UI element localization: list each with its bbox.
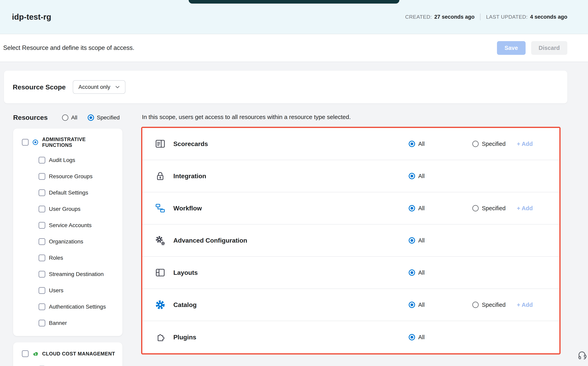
all-radio[interactable]: All bbox=[409, 302, 472, 308]
checkbox[interactable] bbox=[39, 222, 45, 229]
resource-item-resource-groups[interactable]: Resource Groups bbox=[13, 168, 123, 185]
cloud-cost-icon: $ bbox=[32, 351, 39, 357]
created-label: CREATED: bbox=[405, 14, 432, 20]
divider bbox=[480, 14, 480, 20]
all-radio[interactable]: All bbox=[409, 269, 472, 276]
resource-types-box: Scorecards All Specified + Add Integrati… bbox=[141, 127, 561, 354]
all-label: All bbox=[418, 334, 425, 341]
all-radio[interactable]: All bbox=[409, 237, 472, 244]
resource-item-default-settings[interactable]: Default Settings bbox=[13, 185, 123, 201]
resource-item-roles[interactable]: Roles bbox=[13, 250, 123, 266]
resource-item-user-groups[interactable]: User Groups bbox=[13, 201, 123, 217]
resource-group-cloud-cost: $ CLOUD COST MANAGEMENT Recommendations bbox=[13, 342, 123, 366]
resource-type-label: Layouts bbox=[173, 269, 409, 276]
radio-selected-icon bbox=[409, 302, 415, 308]
resource-item-label: Resource Groups bbox=[49, 173, 93, 180]
group-name: ADMINISTRATIVE FUNCTIONS bbox=[42, 137, 117, 148]
add-button[interactable]: + Add bbox=[517, 205, 542, 212]
resource-type-row-advanced-configuration: Advanced Configuration All bbox=[142, 225, 559, 257]
group-checkbox[interactable] bbox=[22, 139, 29, 146]
checkbox[interactable] bbox=[39, 271, 45, 278]
specified-radio[interactable]: Specified bbox=[472, 141, 517, 147]
resources-specified-label: Specified bbox=[97, 114, 120, 121]
plugins-icon bbox=[154, 331, 166, 343]
chevron-down-icon bbox=[115, 85, 120, 89]
resource-type-label: Scorecards bbox=[173, 140, 409, 148]
resource-scope-select[interactable]: Account only bbox=[73, 80, 125, 94]
svg-text:$: $ bbox=[35, 353, 36, 356]
scope-description: In this scope, users get access to all r… bbox=[142, 114, 567, 120]
page-title: idp-test-rg bbox=[12, 13, 51, 22]
specified-radio[interactable]: Specified bbox=[472, 302, 517, 308]
resource-type-label: Advanced Configuration bbox=[173, 237, 409, 244]
resource-scope-value: Account only bbox=[78, 84, 110, 90]
timestamps: CREATED: 27 seconds ago LAST UPDATED: 4 … bbox=[405, 14, 567, 20]
resource-item-audit-logs[interactable]: Audit Logs bbox=[13, 152, 123, 168]
integration-icon bbox=[154, 170, 166, 182]
all-label: All bbox=[418, 205, 425, 212]
group-checkbox[interactable] bbox=[22, 350, 29, 357]
add-button[interactable]: + Add bbox=[517, 302, 542, 308]
checkbox[interactable] bbox=[39, 303, 45, 310]
resource-item-users[interactable]: Users bbox=[13, 282, 123, 299]
top-notch bbox=[189, 0, 399, 4]
checkbox[interactable] bbox=[39, 173, 45, 180]
resources-all-radio[interactable]: All bbox=[62, 114, 77, 121]
radio-icon bbox=[62, 114, 68, 121]
resource-type-row-plugins: Plugins All bbox=[142, 321, 559, 353]
resources-title: Resources bbox=[13, 114, 48, 122]
resource-item-authentication-settings[interactable]: Authentication Settings bbox=[13, 299, 123, 315]
all-label: All bbox=[418, 173, 425, 179]
resource-item-label: Roles bbox=[49, 255, 63, 261]
resource-group-header[interactable]: $ CLOUD COST MANAGEMENT bbox=[13, 344, 123, 361]
specified-radio[interactable]: Specified bbox=[472, 205, 517, 212]
resource-item-label: Organizations bbox=[49, 238, 83, 245]
resource-item-label: Users bbox=[49, 287, 63, 294]
resource-item-label: User Groups bbox=[49, 206, 80, 212]
group-name: CLOUD COST MANAGEMENT bbox=[42, 351, 115, 357]
content-area: Resource Scope Account only Resources Al… bbox=[0, 62, 588, 366]
checkbox[interactable] bbox=[39, 189, 45, 196]
add-button[interactable]: + Add bbox=[517, 141, 542, 147]
resource-item-banner[interactable]: Banner bbox=[13, 315, 123, 331]
resources-sidebar: Resources All Specified bbox=[4, 113, 123, 366]
resource-type-label: Catalog bbox=[173, 301, 409, 309]
checkbox[interactable] bbox=[39, 157, 45, 164]
checkbox[interactable] bbox=[39, 287, 45, 294]
workflow-icon bbox=[154, 202, 166, 214]
toolbar-description: Select Resource and define its scope of … bbox=[3, 44, 134, 52]
discard-button[interactable]: Discard bbox=[531, 41, 567, 55]
all-radio[interactable]: All bbox=[409, 141, 472, 147]
checkbox[interactable] bbox=[39, 255, 45, 261]
checkbox[interactable] bbox=[39, 320, 45, 327]
radio-selected-icon bbox=[409, 173, 415, 179]
resource-type-label: Integration bbox=[173, 172, 409, 180]
radio-selected-icon bbox=[409, 205, 415, 211]
resource-item-recommendations[interactable]: Recommendations bbox=[13, 361, 123, 366]
all-label: All bbox=[418, 237, 425, 244]
created-value: 27 seconds ago bbox=[434, 14, 475, 20]
checkbox[interactable] bbox=[39, 206, 45, 212]
resources-all-label: All bbox=[71, 114, 77, 121]
resource-item-service-accounts[interactable]: Service Accounts bbox=[13, 217, 123, 233]
resource-item-organizations[interactable]: Organizations bbox=[13, 233, 123, 250]
resource-group-header[interactable]: ADMINISTRATIVE FUNCTIONS bbox=[13, 130, 123, 152]
save-button[interactable]: Save bbox=[497, 41, 526, 55]
resource-type-row-workflow: Workflow All Specified + Add bbox=[142, 192, 559, 225]
resource-type-label: Plugins bbox=[173, 334, 409, 341]
action-toolbar: Select Resource and define its scope of … bbox=[0, 34, 588, 62]
radio-selected-icon bbox=[409, 334, 415, 340]
advanced-configuration-icon bbox=[154, 235, 166, 246]
resource-item-label: Audit Logs bbox=[49, 157, 75, 163]
resource-item-label: Default Settings bbox=[49, 190, 88, 196]
resource-item-streaming-destination[interactable]: Streaming Destination bbox=[13, 266, 123, 282]
radio-icon bbox=[472, 302, 479, 308]
resource-type-row-integration: Integration All bbox=[142, 160, 559, 192]
resource-item-label: Service Accounts bbox=[49, 222, 92, 229]
all-radio[interactable]: All bbox=[409, 205, 472, 212]
all-radio[interactable]: All bbox=[409, 173, 472, 179]
all-radio[interactable]: All bbox=[409, 334, 472, 341]
resources-specified-radio[interactable]: Specified bbox=[88, 114, 120, 121]
checkbox[interactable] bbox=[39, 238, 45, 245]
resource-type-label: Workflow bbox=[173, 205, 409, 212]
